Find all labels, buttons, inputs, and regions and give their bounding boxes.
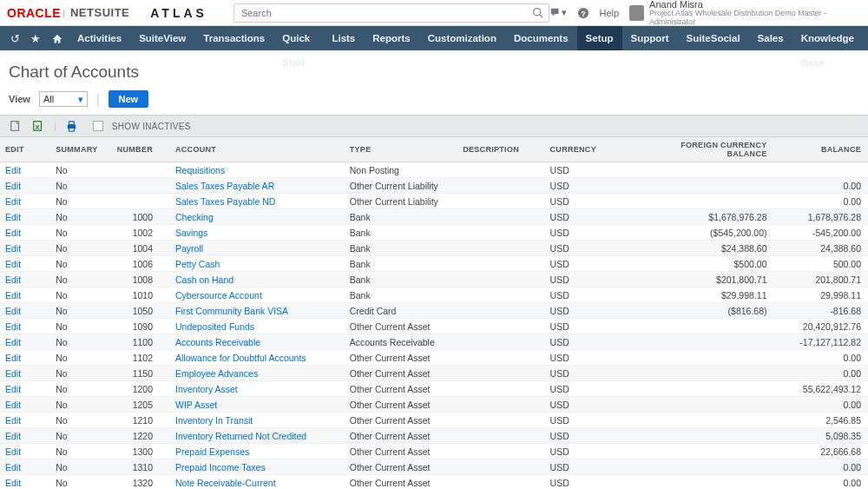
cell-description (457, 350, 544, 366)
star-icon[interactable]: ★ (30, 32, 41, 45)
account-link[interactable]: Cybersource Account (175, 290, 262, 301)
nav-item-lists[interactable]: Lists (323, 26, 364, 50)
edit-link[interactable]: Edit (5, 368, 21, 379)
account-link[interactable]: Cash on Hand (175, 274, 233, 285)
account-link[interactable]: Inventory Returned Not Credited (175, 431, 306, 441)
account-link[interactable]: Savings (175, 228, 207, 238)
account-link[interactable]: Accounts Receivable (175, 337, 260, 347)
search-icon[interactable] (528, 7, 549, 18)
account-link[interactable]: Requisitions (175, 165, 225, 175)
help-link[interactable]: Help (600, 8, 620, 18)
search-box[interactable] (233, 3, 549, 23)
nav-item-activities[interactable]: Activities (69, 26, 130, 50)
account-link[interactable]: Inventory In Transit (175, 415, 253, 426)
account-link[interactable]: Inventory Asset (175, 384, 238, 394)
search-input[interactable] (234, 8, 528, 18)
account-link[interactable]: Employee Advances (175, 368, 258, 379)
csv-export-icon[interactable] (9, 119, 23, 133)
cell-description (457, 178, 544, 194)
account-link[interactable]: Prepaid Income Taxes (175, 462, 266, 472)
edit-link[interactable]: Edit (5, 478, 21, 488)
nav-item-quick-start[interactable]: Quick Start (273, 26, 323, 50)
nav-item-suitesocial[interactable]: SuiteSocial (678, 26, 749, 50)
edit-link[interactable]: Edit (5, 431, 21, 441)
header-currency[interactable]: CURRENCY (545, 137, 654, 162)
nav-item-support[interactable]: Support (622, 26, 678, 50)
cell-summary: No (50, 475, 111, 490)
header-summary[interactable]: SUMMARY (50, 137, 111, 162)
table-row: EditNo1300Prepaid ExpensesOther Current … (0, 444, 868, 459)
cell-description (457, 194, 544, 209)
cell-description (457, 444, 544, 459)
nav-item-setup[interactable]: Setup (577, 26, 622, 50)
account-link[interactable]: Undeposited Funds (175, 321, 254, 332)
cell-fcb (654, 413, 772, 428)
nav-item-transactions[interactable]: Transactions (194, 26, 273, 50)
user-block[interactable]: Anand Misra Project Atlas Wholesale Dist… (629, 0, 861, 26)
account-link[interactable]: Petty Cash (175, 259, 220, 269)
edit-link[interactable]: Edit (5, 212, 21, 222)
home-icon[interactable] (51, 31, 63, 45)
edit-link[interactable]: Edit (5, 337, 21, 347)
nav-item-customization[interactable]: Customization (419, 26, 505, 50)
cell-currency: USD (545, 272, 654, 287)
edit-link[interactable]: Edit (5, 290, 21, 301)
separator: | (96, 92, 100, 106)
account-link[interactable]: WIP Asset (175, 400, 217, 410)
header-edit[interactable]: EDIT (0, 137, 50, 162)
account-link[interactable]: Checking (175, 212, 214, 222)
table-row: EditNo1050First Community Bank VISACredi… (0, 303, 868, 319)
account-link[interactable]: Sales Taxes Payable ND (175, 196, 275, 207)
new-button[interactable]: New (108, 90, 149, 108)
edit-link[interactable]: Edit (5, 353, 21, 363)
nav-item-knowledge-base[interactable]: Knowledge Base (792, 26, 863, 50)
edit-link[interactable]: Edit (5, 181, 21, 191)
header-balance[interactable]: BALANCE (773, 137, 869, 162)
cell-summary: No (50, 178, 111, 194)
edit-link[interactable]: Edit (5, 446, 21, 457)
account-link[interactable]: Sales Taxes Payable AR (175, 181, 274, 191)
edit-link[interactable]: Edit (5, 274, 21, 285)
nav-item-suiteview[interactable]: SuiteView (130, 26, 194, 50)
feedback-icon[interactable]: ▾ (549, 7, 567, 19)
account-link[interactable]: Note Receivable-Current (175, 478, 276, 488)
cell-summary: No (50, 381, 111, 397)
header-number[interactable]: NUMBER (111, 137, 170, 162)
header-fcb[interactable]: FOREIGN CURRENCY BALANCE (654, 137, 772, 162)
print-icon[interactable] (65, 119, 79, 133)
header-type[interactable]: TYPE (345, 137, 457, 162)
atlas-logo: ATLAS (150, 6, 207, 20)
nav-item-documents[interactable]: Documents (505, 26, 577, 50)
account-link[interactable]: Prepaid Expenses (175, 446, 249, 457)
edit-link[interactable]: Edit (5, 384, 21, 394)
cell-currency: USD (545, 178, 654, 194)
cell-description (457, 225, 544, 241)
edit-link[interactable]: Edit (5, 196, 21, 207)
edit-link[interactable]: Edit (5, 259, 21, 269)
cell-description (457, 334, 544, 350)
edit-link[interactable]: Edit (5, 306, 21, 316)
cell-description (457, 303, 544, 319)
header-account[interactable]: ACCOUNT (170, 137, 345, 162)
cell-type: Bank (345, 225, 457, 241)
edit-link[interactable]: Edit (5, 165, 21, 175)
account-link[interactable]: First Community Bank VISA (175, 306, 288, 316)
view-select[interactable]: All ▾ (39, 91, 88, 107)
edit-link[interactable]: Edit (5, 243, 21, 254)
edit-link[interactable]: Edit (5, 462, 21, 472)
excel-export-icon[interactable]: X (31, 119, 45, 133)
nav-item-reports[interactable]: Reports (364, 26, 418, 50)
edit-link[interactable]: Edit (5, 400, 21, 410)
account-link[interactable]: Payroll (175, 243, 203, 254)
header-description[interactable]: DESCRIPTION (457, 137, 544, 162)
edit-link[interactable]: Edit (5, 415, 21, 426)
show-inactives-checkbox[interactable] (93, 121, 103, 131)
history-icon[interactable]: ↺ (10, 32, 20, 45)
cell-type: Bank (345, 241, 457, 256)
edit-link[interactable]: Edit (5, 321, 21, 332)
account-link[interactable]: Allowance for Doubtful Accounts (175, 353, 306, 363)
svg-rect-8 (69, 121, 75, 124)
edit-link[interactable]: Edit (5, 228, 21, 238)
help-icon[interactable]: ? (577, 7, 589, 19)
nav-item-sales[interactable]: Sales (749, 26, 792, 50)
